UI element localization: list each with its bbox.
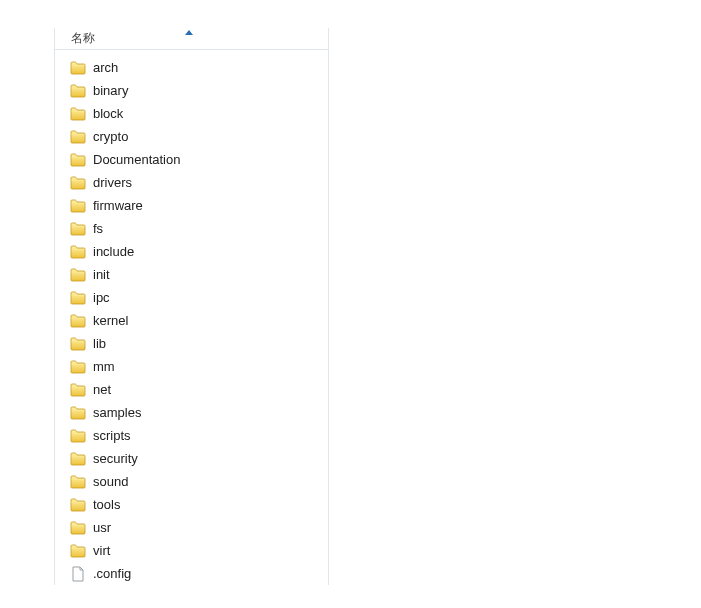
item-name: include (93, 244, 134, 259)
item-name: sound (93, 474, 128, 489)
list-item[interactable]: arch (55, 56, 328, 79)
folder-icon (69, 381, 87, 399)
item-name: lib (93, 336, 106, 351)
folder-icon (69, 151, 87, 169)
folder-icon (69, 473, 87, 491)
folder-icon (69, 427, 87, 445)
item-name: binary (93, 83, 128, 98)
folder-icon (69, 243, 87, 261)
item-name: block (93, 106, 123, 121)
list-item[interactable]: usr (55, 516, 328, 539)
list-item[interactable]: include (55, 240, 328, 263)
file-list: arch binary block crypto (55, 50, 328, 585)
list-item[interactable]: drivers (55, 171, 328, 194)
list-item[interactable]: .config (55, 562, 328, 585)
folder-icon (69, 335, 87, 353)
item-name: drivers (93, 175, 132, 190)
column-header-row: 名称 (55, 28, 328, 50)
folder-icon (69, 266, 87, 284)
item-name: tools (93, 497, 120, 512)
list-item[interactable]: ipc (55, 286, 328, 309)
item-name: net (93, 382, 111, 397)
folder-icon (69, 197, 87, 215)
folder-icon (69, 450, 87, 468)
file-list-panel: 名称 arch binary block (54, 28, 329, 585)
item-name: virt (93, 543, 110, 558)
item-name: Documentation (93, 152, 180, 167)
list-item[interactable]: firmware (55, 194, 328, 217)
item-name: fs (93, 221, 103, 236)
item-name: kernel (93, 313, 128, 328)
list-item[interactable]: lib (55, 332, 328, 355)
folder-icon (69, 289, 87, 307)
item-name: scripts (93, 428, 131, 443)
list-item[interactable]: fs (55, 217, 328, 240)
list-item[interactable]: Documentation (55, 148, 328, 171)
folder-icon (69, 496, 87, 514)
file-icon (69, 565, 87, 583)
folder-icon (69, 174, 87, 192)
folder-icon (69, 128, 87, 146)
list-item[interactable]: init (55, 263, 328, 286)
folder-icon (69, 358, 87, 376)
list-item[interactable]: samples (55, 401, 328, 424)
sort-ascending-icon (185, 30, 193, 35)
list-item[interactable]: binary (55, 79, 328, 102)
item-name: security (93, 451, 138, 466)
folder-icon (69, 404, 87, 422)
item-name: crypto (93, 129, 128, 144)
item-name: usr (93, 520, 111, 535)
list-item[interactable]: block (55, 102, 328, 125)
list-item[interactable]: crypto (55, 125, 328, 148)
folder-icon (69, 312, 87, 330)
folder-icon (69, 105, 87, 123)
item-name: init (93, 267, 110, 282)
list-item[interactable]: tools (55, 493, 328, 516)
list-item[interactable]: security (55, 447, 328, 470)
list-item[interactable]: sound (55, 470, 328, 493)
list-item[interactable]: net (55, 378, 328, 401)
folder-icon (69, 220, 87, 238)
column-header-name-label: 名称 (71, 30, 95, 47)
item-name: ipc (93, 290, 110, 305)
item-name: samples (93, 405, 141, 420)
list-item[interactable]: virt (55, 539, 328, 562)
folder-icon (69, 542, 87, 560)
folder-icon (69, 519, 87, 537)
column-header-name[interactable]: 名称 (55, 28, 95, 49)
folder-icon (69, 59, 87, 77)
folder-icon (69, 82, 87, 100)
item-name: .config (93, 566, 131, 581)
item-name: arch (93, 60, 118, 75)
list-item[interactable]: kernel (55, 309, 328, 332)
list-item[interactable]: scripts (55, 424, 328, 447)
list-item[interactable]: mm (55, 355, 328, 378)
item-name: mm (93, 359, 115, 374)
item-name: firmware (93, 198, 143, 213)
